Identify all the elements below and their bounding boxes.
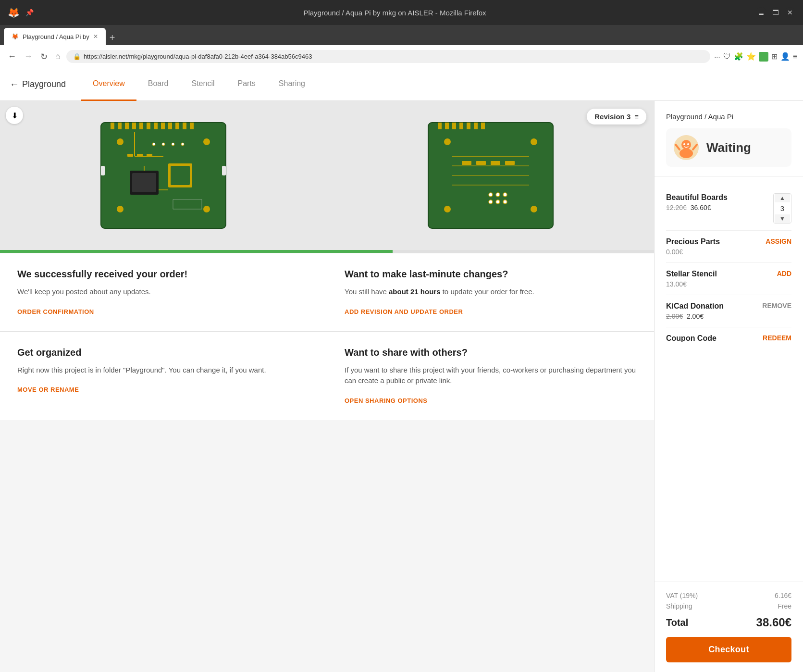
sidebar-header: Playground / Aqua Pi <box>655 101 803 177</box>
open-sharing-link[interactable]: OPEN SHARING OPTIONS <box>345 397 428 404</box>
svg-rect-7 <box>147 123 150 129</box>
svg-point-69 <box>687 143 689 145</box>
total-value: 38.60€ <box>756 616 791 629</box>
close-button[interactable]: ✕ <box>785 7 795 18</box>
home-button[interactable]: ⌂ <box>53 50 62 63</box>
last-minute-text-before: You still have <box>345 287 389 296</box>
parts-assign-button[interactable]: ASSIGN <box>766 237 791 245</box>
order-item-kicad: KiCad Donation 2.00€ 2.00€ REMOVE <box>666 295 791 327</box>
app-content: ← Playground Overview Board Stencil Part… <box>0 68 803 672</box>
svg-rect-38 <box>438 123 442 129</box>
sidebar: Playground / Aqua Pi <box>654 101 803 672</box>
tab-favicon: 🦊 <box>12 33 19 40</box>
profile-icon[interactable]: 👤 <box>780 52 790 61</box>
menu-icon[interactable]: ≡ <box>793 52 797 61</box>
revision-badge[interactable]: Revision 3 ≡ <box>587 109 646 124</box>
app-tabs: Overview Board Stencil Parts Sharing <box>81 68 317 101</box>
svg-rect-2 <box>111 123 114 129</box>
pcb-back-svg <box>423 118 558 233</box>
nav-bar: ← → ↻ ⌂ 🔒 https://aisler.net/mkg/playgro… <box>0 45 803 68</box>
parts-name: Precious Parts <box>666 237 720 246</box>
add-revision-link[interactable]: ADD REVISION AND UPDATE ORDER <box>345 308 463 315</box>
tab-close-button[interactable]: ✕ <box>93 33 98 40</box>
status-avatar-svg <box>674 135 699 160</box>
back-arrow-icon: ← <box>10 79 19 90</box>
breadcrumb-playground: Playground / <box>666 112 708 121</box>
grid-icon[interactable]: ⊞ <box>771 52 778 61</box>
tab-overview[interactable]: Overview <box>81 68 136 101</box>
quantity-spinner[interactable]: ▲ 3 ▼ <box>773 193 791 224</box>
order-confirmation-card: We successfully received your order! We'… <box>0 253 327 331</box>
svg-rect-39 <box>445 123 449 129</box>
svg-rect-44 <box>481 123 485 129</box>
tab-sharing[interactable]: Sharing <box>267 68 317 101</box>
tab-parts[interactable]: Parts <box>226 68 267 101</box>
qty-down-button[interactable]: ▼ <box>775 214 790 223</box>
svg-point-33 <box>162 143 165 146</box>
address-bar[interactable]: 🔒 https://aisler.net/mkg/playground/aqua… <box>66 50 710 63</box>
main-content: ⬇ <box>0 101 654 672</box>
svg-point-58 <box>496 193 500 197</box>
title-bar-left: 🦊 📌 <box>8 7 34 18</box>
tab-bar: 🦊 Playground / Aqua Pi by ✕ + <box>0 25 803 45</box>
stencil-name: Stellar Stencil <box>666 270 717 278</box>
svg-rect-42 <box>467 123 470 129</box>
svg-rect-56 <box>505 161 515 165</box>
coupon-redeem-button[interactable]: REDEEM <box>763 334 791 342</box>
kicad-remove-button[interactable]: REMOVE <box>762 302 791 310</box>
share-title: Want to share with others? <box>345 347 637 358</box>
minimize-button[interactable]: 🗕 <box>756 7 766 18</box>
extension-green-icon[interactable] <box>759 52 768 62</box>
order-item-boards: Beautiful Boards 12.20€ 36.60€ ▲ 3 ▼ <box>666 187 791 231</box>
maximize-button[interactable]: 🗖 <box>770 7 781 18</box>
order-item-boards-info: Beautiful Boards 12.20€ 36.60€ <box>666 193 728 212</box>
svg-point-14 <box>116 138 124 146</box>
qty-up-button[interactable]: ▲ <box>775 194 790 202</box>
shield-icon[interactable]: 🛡 <box>723 52 731 61</box>
pcb-section: ⬇ <box>0 101 654 250</box>
boards-price: 12.20€ 36.60€ <box>666 204 728 212</box>
svg-rect-27 <box>137 154 143 157</box>
tab-board[interactable]: Board <box>136 68 180 101</box>
svg-rect-3 <box>118 123 122 129</box>
url-text: https://aisler.net/mkg/playground/aqua-p… <box>84 53 312 60</box>
svg-point-45 <box>444 138 451 146</box>
svg-rect-25 <box>132 173 156 192</box>
move-rename-link[interactable]: MOVE OR RENAME <box>17 386 79 393</box>
stencil-price-current: 13.00€ <box>666 280 687 288</box>
svg-point-59 <box>503 193 507 197</box>
svg-point-57 <box>489 193 493 197</box>
svg-point-16 <box>116 205 124 213</box>
vat-label: VAT (19%) <box>666 592 698 599</box>
back-nav-button[interactable]: ← <box>6 50 18 63</box>
total-row: Total 38.60€ <box>666 616 791 629</box>
svg-point-34 <box>172 143 174 146</box>
pin-icon: 📌 <box>25 9 34 16</box>
forward-nav-button[interactable]: → <box>22 50 35 63</box>
browser-tab[interactable]: 🦊 Playground / Aqua Pi by ✕ <box>4 28 106 45</box>
kicad-price: 2.00€ 2.00€ <box>666 312 724 320</box>
extensions-puzzle-icon[interactable]: 🧩 <box>734 52 743 61</box>
shipping-row: Shipping Free <box>666 602 791 610</box>
checkout-button[interactable]: Checkout <box>666 637 791 662</box>
last-minute-text-after: to update your order for free. <box>441 287 534 296</box>
order-confirmation-link[interactable]: ORDER CONFIRMATION <box>17 308 94 315</box>
get-organized-title: Get organized <box>17 347 309 358</box>
bookmark-star-icon[interactable]: ⭐ <box>746 52 756 61</box>
status-text: Waiting <box>706 140 751 155</box>
svg-rect-55 <box>491 161 500 165</box>
reload-button[interactable]: ↻ <box>38 50 49 64</box>
main-layout: ⬇ <box>0 101 803 672</box>
last-minute-title: Want to make last-minute changes? <box>345 269 637 280</box>
svg-rect-11 <box>175 123 179 129</box>
revision-label: Revision 3 <box>594 112 630 121</box>
stencil-add-button[interactable]: ADD <box>777 270 791 277</box>
back-to-playground-link[interactable]: ← Playground <box>10 79 66 90</box>
order-item-stencil-info: Stellar Stencil 13.00€ <box>666 270 717 288</box>
get-organized-card: Get organized Right now this project is … <box>0 332 327 420</box>
extensions-icon[interactable]: ··· <box>714 52 720 61</box>
svg-point-46 <box>530 138 538 146</box>
tab-stencil[interactable]: Stencil <box>180 68 226 101</box>
firefox-icon: 🦊 <box>8 7 20 18</box>
new-tab-button[interactable]: + <box>106 30 119 45</box>
